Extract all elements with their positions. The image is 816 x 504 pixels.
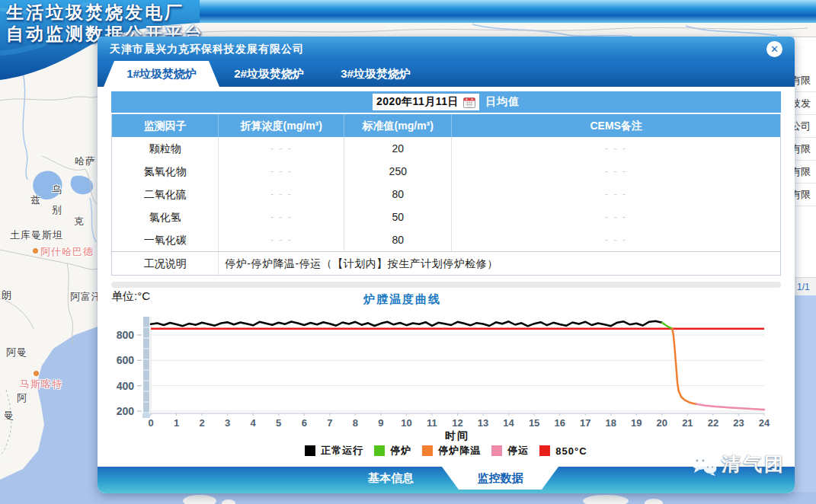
legend-label: 停运 <box>507 444 529 458</box>
legend-swatch <box>422 445 433 456</box>
svg-text:20: 20 <box>657 417 667 429</box>
dialog-titlebar[interactable]: 天津市晨兴力克环保科技发展有限公司 <box>98 37 795 61</box>
table-cell: 氮氧化物 <box>112 160 219 183</box>
legend-label: 正常运行 <box>321 444 363 458</box>
legend-swatch <box>374 445 385 456</box>
table-cell: - - - <box>219 206 344 228</box>
svg-text:10: 10 <box>401 417 411 429</box>
map-label: 阿什哈巴德 <box>40 245 94 259</box>
svg-text:3: 3 <box>225 417 230 429</box>
tab-incinerator-1[interactable]: 1#垃圾焚烧炉 <box>104 61 219 87</box>
map-label: 土库曼斯坦 <box>10 228 63 242</box>
svg-text:2: 2 <box>199 417 204 429</box>
svg-text:15: 15 <box>529 417 539 429</box>
condition-label: 工况说明 <box>112 252 219 275</box>
table-header-cell: 监测因子 <box>112 114 219 137</box>
legend-item: 正常运行 <box>305 444 363 458</box>
watermark-text: 清气团 <box>722 451 786 477</box>
table-cell: 80 <box>344 228 452 251</box>
table-cell: 二氧化硫 <box>112 183 219 206</box>
tab-incinerator-2[interactable]: 2#垃圾焚烧炉 <box>212 61 326 87</box>
table-cell: - - - <box>452 137 780 160</box>
tab-incinerator-3[interactable]: 3#垃圾焚烧炉 <box>318 61 433 87</box>
map-label: 阿曼 <box>6 346 27 359</box>
calendar-icon[interactable] <box>463 97 475 108</box>
tab-monitor-data[interactable]: 监控数据 <box>442 467 558 490</box>
table-cell: 氯化氢 <box>112 206 219 228</box>
table-cell: - - - <box>452 228 780 251</box>
mode-label: 日均值 <box>485 95 520 109</box>
svg-text:200: 200 <box>117 405 135 417</box>
svg-text:800: 800 <box>117 329 135 341</box>
divider-strip <box>111 282 781 288</box>
legend-swatch <box>491 445 502 456</box>
map-label: 别 <box>52 203 62 217</box>
svg-text:24: 24 <box>759 417 770 429</box>
legend-label: 停炉降温 <box>438 444 481 458</box>
table-cell: - - - <box>219 228 344 251</box>
table-header-cell: CEMS备注 <box>452 114 780 137</box>
legend-item: 停运 <box>491 444 529 458</box>
table-cell: 50 <box>344 206 452 228</box>
table-cell: - - - <box>452 206 780 228</box>
chart-xaxis-label: 时间 <box>343 429 571 443</box>
series-正常运行 <box>151 321 662 327</box>
map-label: 兹 <box>30 193 41 207</box>
svg-text:17: 17 <box>580 417 590 429</box>
condition-row: 工况说明停炉-停炉降温-停运（【计划内】按生产计划停炉检修） <box>112 251 780 275</box>
series-停炉降温 <box>672 329 696 404</box>
legend-label: 停炉 <box>390 444 411 458</box>
dialog-title: 天津市晨兴力克环保科技发展有限公司 <box>110 43 304 55</box>
table-row: 氯化氢- - -50- - - <box>112 206 780 228</box>
table-cell: - - - <box>219 160 344 183</box>
map-label: 朗 <box>2 289 12 302</box>
svg-text:5: 5 <box>276 417 281 429</box>
map-label: 克 <box>74 215 85 228</box>
table-header-row: 监测因子折算浓度(mg/m³)标准值(mg/m³)CEMS备注 <box>112 114 780 137</box>
legend-item: 停炉降温 <box>422 444 481 458</box>
table-cell: - - - <box>219 137 344 160</box>
table-cell: - - - <box>219 183 344 206</box>
table-cell: 20 <box>344 137 452 160</box>
y-zoom-slider[interactable] <box>143 317 149 413</box>
map-label: 马斯喀特 <box>20 378 62 391</box>
date-bar: 2020年11月11日 日均值 <box>111 91 781 113</box>
platform-title-line1: 生活垃圾焚烧发电厂 <box>6 2 204 23</box>
legend-swatch <box>539 445 550 456</box>
svg-text:400: 400 <box>117 380 135 392</box>
svg-text:0: 0 <box>148 417 153 429</box>
series-停炉 <box>662 323 673 329</box>
city-dot-icon <box>33 248 38 254</box>
svg-text:7: 7 <box>327 417 332 429</box>
screen: 哈萨乌兹别克土库曼斯坦阿什哈巴德朗阿富汗阿曼马斯喀特阿曼 有限技发公司有限有限有… <box>0 0 816 504</box>
close-icon[interactable]: ✕ <box>766 41 782 57</box>
legend-label: 850°C <box>555 445 587 457</box>
table-cell: 颗粒物 <box>112 137 219 160</box>
svg-text:16: 16 <box>554 417 565 429</box>
date-input[interactable]: 2020年11月11日 <box>373 94 479 110</box>
monitor-dialog: 天津市晨兴力克环保科技发展有限公司 ✕ 1#垃圾焚烧炉2#垃圾焚烧炉3#垃圾焚烧… <box>98 37 795 493</box>
date-value: 2020年11月11日 <box>376 95 459 109</box>
svg-text:4: 4 <box>251 417 257 429</box>
table-cell: 250 <box>344 160 452 183</box>
table-cell: - - - <box>452 183 780 206</box>
table-header-cell: 折算浓度(mg/m³) <box>219 114 344 137</box>
svg-text:14: 14 <box>503 417 514 429</box>
table-cell: 一氧化碳 <box>112 228 219 251</box>
table-row: 氮氧化物- - -250- - - <box>112 160 780 183</box>
tab-basic-info[interactable]: 基本信息 <box>349 467 433 490</box>
y-zoom-slider[interactable] <box>142 413 150 418</box>
chart-unit-label: 单位:°C <box>111 289 150 304</box>
condition-value: 停炉-停炉降温-停运（【计划内】按生产计划停炉检修） <box>219 252 780 275</box>
table-row: 二氧化硫- - -80- - - <box>112 183 780 206</box>
svg-text:1: 1 <box>174 417 179 429</box>
legend-item: 停炉 <box>374 444 411 458</box>
table-header-cell: 标准值(mg/m³) <box>344 114 452 137</box>
table-cell: - - - <box>452 160 780 183</box>
table-row: 一氧化碳- - -80- - - <box>112 228 780 251</box>
svg-text:11: 11 <box>427 417 437 429</box>
wechat-icon <box>690 453 717 476</box>
map-label: 哈萨 <box>75 155 96 168</box>
legend-item: 850°C <box>539 445 587 457</box>
watermark: 清气团 <box>690 451 786 477</box>
